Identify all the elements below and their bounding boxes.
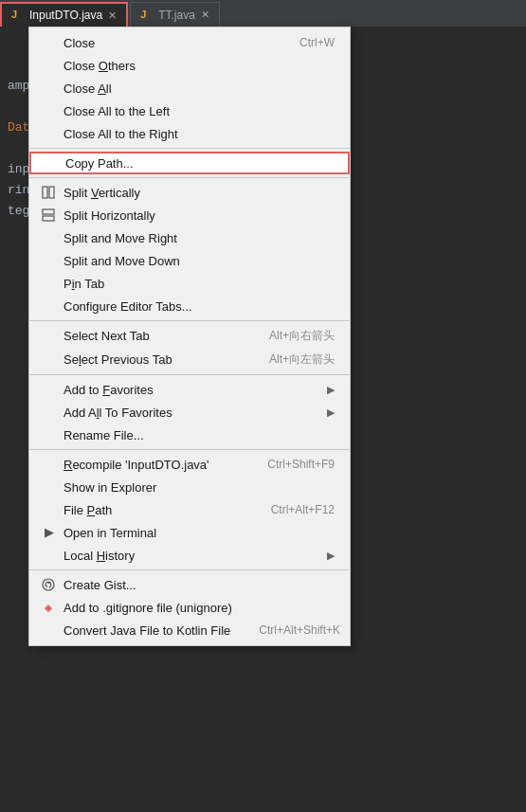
menu-label-select-next-tab: Select Next Tab (63, 329, 150, 343)
java-file-icon-2: J (140, 9, 154, 22)
menu-label-show-explorer: Show in Explorer (63, 480, 156, 495)
menu-label-recompile: Recompile 'InputDTO.java' (63, 458, 209, 472)
add-all-favorites-arrow-icon: ▶ (327, 406, 335, 419)
separator-1 (29, 148, 350, 149)
add-favorites-arrow-icon: ▶ (327, 384, 335, 396)
gitignore-icon: ◈ (39, 603, 58, 613)
menu-item-close-others[interactable]: Close Others (29, 54, 350, 77)
tab-bar: J InputDTO.java ✕ J TT.java ✕ (0, 0, 526, 27)
menu-label-split-horizontally: Split Horizontally (63, 208, 155, 223)
menu-shortcut-prev-tab: Alt+向左箭头 (241, 352, 335, 368)
tab-close-ttjava[interactable]: ✕ (201, 9, 209, 21)
separator-4 (29, 374, 350, 375)
menu-item-file-path[interactable]: File Path Ctrl+Alt+F12 (29, 498, 350, 521)
menu-item-configure-tabs[interactable]: Configure Editor Tabs... (29, 295, 350, 317)
menu-label-rename-file: Rename File... (63, 428, 144, 442)
menu-label-create-gist: Create Gist... (63, 578, 136, 592)
menu-item-split-vertically[interactable]: Split Vertically (29, 181, 350, 204)
java-file-icon: J (11, 9, 25, 22)
menu-item-local-history[interactable]: Local History ▶ (29, 544, 350, 567)
menu-item-show-explorer[interactable]: Show in Explorer (29, 476, 350, 498)
separator-3 (29, 320, 350, 321)
tab-inputdto[interactable]: J InputDTO.java ✕ (0, 2, 128, 27)
menu-label-configure-tabs: Configure Editor Tabs... (63, 299, 192, 314)
menu-label-copy-path: Copy Path... (65, 156, 134, 171)
menu-label-close-all-right: Close All to the Right (63, 127, 178, 141)
menu-label-pin-tab: Pin Tab (63, 277, 104, 291)
menu-item-open-terminal[interactable]: ▶ Open in Terminal (29, 521, 350, 544)
menu-shortcut-convert-kotlin: Ctrl+Alt+Shift+K (230, 623, 340, 637)
split-horizontally-icon (39, 208, 58, 222)
menu-label-split-move-right: Split and Move Right (63, 231, 177, 245)
menu-label-select-prev-tab: Select Previous Tab (63, 352, 172, 367)
menu-item-add-all-favorites[interactable]: Add All To Favorites ▶ (29, 401, 350, 424)
menu-label-open-terminal: Open in Terminal (63, 526, 156, 540)
context-menu: Close Ctrl+W Close Others Close All Clos… (28, 27, 351, 646)
terminal-icon: ▶ (39, 526, 58, 539)
menu-label-close-all: Close All (63, 81, 112, 96)
menu-shortcut-recompile: Ctrl+Shift+F9 (239, 458, 335, 471)
menu-label-close-others: Close Others (63, 59, 136, 73)
menu-label-split-move-down: Split and Move Down (63, 254, 180, 268)
menu-label-split-vertically: Split Vertically (63, 186, 140, 200)
menu-item-split-horizontally[interactable]: Split Horizontally (29, 204, 350, 226)
menu-shortcut-next-tab: Alt+向右箭头 (241, 328, 335, 344)
github-icon (39, 578, 58, 591)
menu-item-select-prev-tab[interactable]: Select Previous Tab Alt+向左箭头 (29, 348, 350, 371)
menu-item-convert-kotlin[interactable]: Convert Java File to Kotlin File Ctrl+Al… (29, 619, 350, 641)
menu-item-add-gitignore[interactable]: ◈ Add to .gitignore file (unignore) (29, 596, 350, 619)
menu-item-copy-path[interactable]: Copy Path... (29, 152, 350, 174)
svg-rect-1 (49, 187, 54, 198)
separator-2 (29, 177, 350, 178)
split-vertically-icon (39, 186, 58, 199)
menu-item-recompile[interactable]: Recompile 'InputDTO.java' Ctrl+Shift+F9 (29, 453, 350, 476)
menu-item-close-all-left[interactable]: Close All to the Left (29, 99, 350, 122)
local-history-arrow-icon: ▶ (327, 550, 335, 562)
menu-label-add-favorites: Add to Favorites (63, 383, 154, 397)
menu-item-pin-tab[interactable]: Pin Tab (29, 272, 350, 295)
svg-point-4 (43, 579, 54, 590)
menu-item-close[interactable]: Close Ctrl+W (29, 31, 350, 54)
menu-shortcut-file-path: Ctrl+Alt+F12 (243, 503, 335, 516)
menu-label-close-all-left: Close All to the Left (63, 104, 170, 118)
menu-label-file-path: File Path (63, 503, 112, 517)
tab-ttjava[interactable]: J TT.java ✕ (130, 2, 220, 27)
menu-label-add-all-favorites: Add All To Favorites (63, 406, 172, 420)
menu-item-split-move-down[interactable]: Split and Move Down (29, 249, 350, 272)
svg-rect-2 (43, 209, 54, 214)
menu-item-rename-file[interactable]: Rename File... (29, 424, 350, 446)
separator-6 (29, 569, 350, 570)
menu-label-local-history: Local History (63, 549, 135, 563)
separator-5 (29, 449, 350, 450)
menu-item-select-next-tab[interactable]: Select Next Tab Alt+向右箭头 (29, 324, 350, 348)
menu-item-create-gist[interactable]: Create Gist... (29, 573, 350, 596)
tab-label-inputdto: InputDTO.java (29, 9, 102, 22)
menu-item-split-move-right[interactable]: Split and Move Right (29, 226, 350, 249)
menu-label-add-gitignore: Add to .gitignore file (unignore) (63, 601, 232, 615)
menu-shortcut-close: Ctrl+W (271, 36, 335, 49)
tab-label-ttjava: TT.java (158, 9, 195, 22)
menu-label-convert-kotlin: Convert Java File to Kotlin File (63, 623, 230, 638)
menu-item-close-all-right[interactable]: Close All to the Right (29, 122, 350, 145)
menu-label-close: Close (63, 36, 95, 50)
svg-rect-3 (43, 216, 54, 221)
svg-rect-0 (43, 187, 47, 198)
menu-item-close-all[interactable]: Close All (29, 77, 350, 99)
tab-close-inputdto[interactable]: ✕ (108, 9, 117, 22)
menu-item-add-favorites[interactable]: Add to Favorites ▶ (29, 378, 350, 401)
